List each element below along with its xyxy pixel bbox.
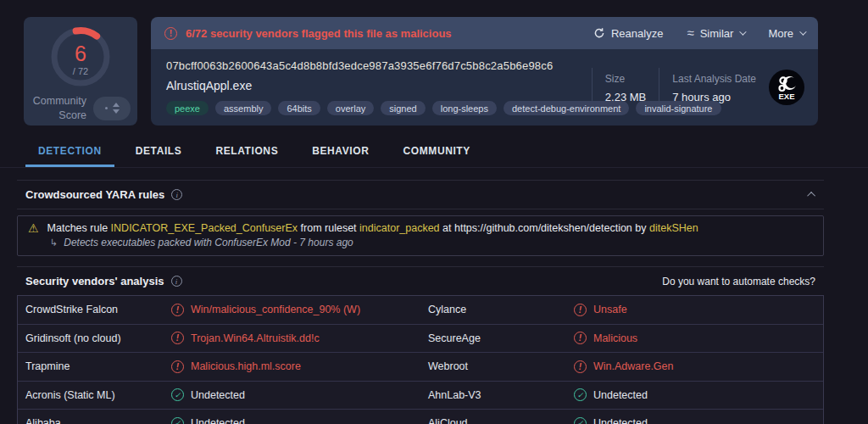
undetected-check-icon	[171, 388, 184, 401]
size-value: 2.23 MB	[605, 91, 646, 103]
yara-rule-description: Detects executables packed with Confuser…	[64, 237, 353, 248]
vote-dot-icon	[105, 107, 108, 109]
size-label: Size	[605, 73, 646, 85]
file-tags: peexe assembly 64bits overlay signed lon…	[166, 101, 579, 115]
file-hash: 07bcff0063b2600643a5c4d8b8bfd3edce987a39…	[166, 59, 579, 72]
vendor-name: SecureAge	[428, 332, 574, 344]
vote-down-icon[interactable]	[113, 109, 120, 114]
tab-behavior[interactable]: BEHAVIOR	[299, 140, 381, 167]
info-icon[interactable]: i	[171, 189, 182, 200]
file-report-header: 6 / 72 Community Score ! 6/72 security v…	[0, 0, 868, 126]
vendor-name: CrowdStrike Falcon	[25, 304, 171, 315]
vendor-result: Unsafe	[593, 304, 627, 315]
malicious-icon	[171, 332, 184, 344]
tab-community[interactable]: COMMUNITY	[390, 140, 482, 167]
file-type-exe-icon: EXE	[769, 70, 804, 105]
malicious-icon	[574, 304, 587, 316]
tab-details[interactable]: DETAILS	[123, 140, 195, 167]
vendor-cell: Trapmine Malicious.high.ml.score	[18, 353, 420, 381]
vote-widget[interactable]	[93, 97, 131, 120]
similar-button[interactable]: ≈ Similar	[687, 27, 744, 40]
table-row: CrowdStrike Falcon Win/malicious_confide…	[18, 296, 823, 325]
vendor-name: Cylance	[428, 304, 574, 315]
similar-icon: ≈	[687, 29, 693, 37]
vendor-name: Webroot	[428, 360, 574, 372]
undetected-check-icon	[574, 417, 587, 424]
table-row: Acronis (Static ML) Undetected AhnLab-V3…	[18, 382, 823, 410]
yara-source-url[interactable]: https://github.com/ditekshen/detection	[454, 222, 632, 234]
vendor-cell: CrowdStrike Falcon Win/malicious_confide…	[18, 296, 420, 324]
vendor-cell: AliCloud Undetected	[420, 410, 823, 424]
table-row: Alibaba Undetected AliCloud Undetected	[18, 410, 823, 424]
collapse-chevron-up-icon[interactable]	[807, 192, 815, 200]
vendor-result: Undetected	[191, 417, 245, 424]
yara-ruleset-link[interactable]: indicator_packed	[359, 222, 440, 234]
yara-rule-link[interactable]: INDICATOR_EXE_Packed_ConfuserEx	[111, 222, 298, 234]
reanalyze-button[interactable]: Reanalyze	[593, 27, 663, 40]
malicious-icon	[574, 332, 587, 344]
vendor-cell: Acronis (Static ML) Undetected	[18, 382, 420, 410]
more-button[interactable]: More	[768, 27, 804, 40]
file-size-block: Size 2.23 MB	[605, 71, 646, 103]
undetected-check-icon	[171, 417, 184, 424]
vendors-analysis-table: CrowdStrike Falcon Win/malicious_confide…	[17, 295, 824, 424]
detection-count: 6	[75, 43, 86, 64]
vendor-cell: SecureAge Malicious	[420, 325, 823, 353]
reanalyze-icon	[593, 27, 605, 39]
file-name: AlrustiqAppl.exe	[166, 79, 579, 92]
tag-long-sleeps[interactable]: long-sleeps	[432, 101, 497, 115]
vendor-name: Gridinsoft (no cloud)	[25, 332, 171, 344]
tag-assembly[interactable]: assembly	[215, 101, 271, 115]
vendor-cell: Gridinsoft (no cloud) Trojan.Win64.Altru…	[18, 325, 420, 353]
alert-icon: !	[164, 27, 177, 40]
tag-peexe[interactable]: peexe	[166, 101, 209, 115]
warning-triangle-icon: ⚠	[28, 222, 39, 234]
vendor-result: Undetected	[191, 389, 245, 401]
info-icon[interactable]: i	[171, 276, 182, 287]
svg-text:EXE: EXE	[778, 92, 794, 101]
vendor-result: Win/malicious_confidence_90% (W)	[191, 304, 360, 315]
chevron-down-icon	[799, 28, 806, 35]
vendor-name: Trapmine	[25, 360, 171, 372]
vendor-result: Undetected	[593, 417, 648, 424]
detection-total: / 72	[73, 66, 88, 76]
divider	[592, 68, 593, 107]
report-tabs: DETECTION DETAILS RELATIONS BEHAVIOR COM…	[0, 140, 868, 168]
vendor-result: Trojan.Win64.Altruistik.dd!c	[191, 332, 320, 344]
malicious-icon	[171, 360, 184, 373]
tag-overlay[interactable]: overlay	[327, 101, 374, 115]
table-row: Trapmine Malicious.high.ml.score Webroot…	[18, 353, 823, 382]
malicious-icon	[574, 360, 587, 373]
table-row: Gridinsoft (no cloud) Trojan.Win64.Altru…	[18, 325, 823, 354]
last-analysis-label: Last Analysis Date	[672, 73, 756, 85]
tab-detection[interactable]: DETECTION	[25, 140, 114, 167]
divider	[659, 68, 659, 107]
vendor-name: Acronis (Static ML)	[25, 389, 171, 401]
tab-relations[interactable]: RELATIONS	[203, 140, 291, 167]
vote-up-icon[interactable]	[113, 103, 120, 107]
community-score-card: 6 / 72 Community Score	[24, 17, 137, 126]
detection-gauge: 6 / 72	[47, 24, 114, 93]
tag-signed[interactable]: signed	[381, 101, 425, 115]
vendor-result: Malicious	[593, 332, 637, 344]
vendors-section-header: Security vendors' analysis i Do you want…	[17, 266, 824, 295]
file-summary-card: 07bcff0063b2600643a5c4d8b8bfd3edce987a39…	[151, 49, 818, 126]
tag-64bits[interactable]: 64bits	[278, 101, 320, 115]
vendors-section-title: Security vendors' analysis	[25, 275, 164, 287]
automate-checks-link[interactable]: Do you want to automate checks?	[662, 276, 815, 287]
malicious-icon	[171, 304, 184, 316]
vendor-cell: Alibaba Undetected	[18, 410, 420, 424]
sub-item-arrow-icon: ↳	[50, 237, 58, 248]
vendor-result: Malicious.high.ml.score	[191, 360, 301, 372]
vendor-name: AliCloud	[428, 417, 574, 424]
vendor-name: Alibaba	[25, 417, 171, 424]
vendor-cell: AhnLab-V3 Undetected	[420, 382, 823, 410]
yara-match-text: Matches rule INDICATOR_EXE_Packed_Confus…	[47, 222, 698, 234]
last-analysis-block: Last Analysis Date 7 hours ago	[672, 71, 756, 103]
vendor-cell: Webroot Win.Adware.Gen	[420, 353, 823, 381]
yara-section-header: Crowdsourced YARA rules i	[17, 180, 824, 209]
chevron-down-icon	[740, 28, 747, 35]
undetected-check-icon	[574, 388, 587, 401]
detection-banner: ! 6/72 security vendors flagged this fil…	[151, 17, 818, 49]
yara-author-link[interactable]: ditekSHen	[649, 222, 698, 234]
